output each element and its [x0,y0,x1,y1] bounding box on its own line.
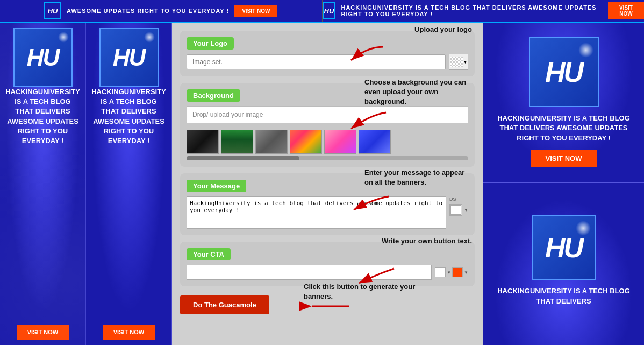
message-textarea-row: HackingUniversity is a tech blog that de… [187,196,468,229]
text-color-swatch [450,205,461,215]
message-arrow [343,194,391,218]
logo-color-picker[interactable]: ▼ [449,54,468,70]
bg-thumb-2[interactable] [221,130,253,154]
generate-row: Do The Guacamole Click this button to ge… [180,293,475,314]
right-bottom-text: HACKINGUNIVERSITY IS A TECH BLOG THAT DE… [491,286,636,306]
right-bottom-logo: HU [532,215,596,280]
logo-section: Your Logo ▼ Upload your logo [180,31,475,76]
color-ctrl-row: ▼ [449,204,468,216]
bg-scrollbar-thumb [187,156,299,160]
bg-drop-zone[interactable]: Drop/ upload your image [187,106,468,123]
cta-section: Your CTA Write your own button text. VIS… [180,242,475,286]
cta-callout: Write your own button text. [382,236,472,246]
bg-thumb-6[interactable] [359,130,391,154]
top-strip-text-right: HACKINGUNIVERSITY IS A TECH BLOG THAT DE… [341,4,602,17]
cta-section-label: Your CTA [187,248,231,260]
message-section: Your Message Enter your message to appea… [180,173,475,235]
bg-thumb-4[interactable] [290,130,322,154]
cta-text-color-white[interactable] [435,267,446,277]
bg-callout: Choose a background you can even upload … [364,78,472,107]
main-content: HU HACKINGUNIVERSITY IS A TECH BLOG THAT… [0,23,644,345]
logo-arrow [335,44,389,71]
message-callout: Enter your message to appear on all the … [364,168,472,187]
bg-thumbnails-container [187,126,468,160]
message-section-label: Your Message [187,180,246,192]
right-top-text: HACKINGUNIVERSITY IS A TECH BLOG THAT DE… [491,114,636,143]
left-panel-2-visit-btn[interactable]: VISIT NOW [103,325,155,340]
right-top-visit-btn[interactable]: VISIT NOW [531,150,597,167]
right-top-logo: HU [529,37,599,107]
top-visit-btn-right[interactable]: VISIT NOW [608,2,644,19]
left-panel-2-text: HACKINGUNIVERSITY IS A TECH BLOG THAT DE… [91,87,166,146]
checker-pattern [450,57,463,67]
top-logo-left: HU [44,2,61,19]
left-panel-1: HU HACKINGUNIVERSITY IS A TECH BLOG THAT… [0,23,86,345]
cta-orange-chevron: ▼ [464,270,468,275]
generate-callout: Click this button to generate your banne… [304,282,417,301]
top-strip-left: HU AWESOME UPDATES RIGHT TO YOU EVERYDAY… [0,0,322,22]
message-textarea[interactable]: HackingUniversity is a tech blog that de… [187,196,446,229]
center-form-area: Your Logo ▼ Upload your logo [172,23,483,345]
right-top-panel: HU HACKINGUNIVERSITY IS A TECH BLOG THAT… [483,23,644,183]
chevron-down-icon: ▼ [463,60,468,65]
bg-thumb-1[interactable] [187,130,219,154]
text-color-btn[interactable] [449,204,462,216]
left-panel-1-text: HACKINGUNIVERSITY IS A TECH BLOG THAT DE… [5,87,80,146]
logo-section-label: Your Logo [187,37,234,50]
left-panel-1-visit-btn[interactable]: VISIT NOW [17,325,69,340]
cta-bg-color-orange[interactable] [452,267,463,277]
top-logo-right: HU [323,2,336,19]
right-bottom-panel: HU HACKINGUNIVERSITY IS A TECH BLOG THAT… [483,183,644,345]
font-size-label: DS [449,196,456,202]
cta-white-chevron: ▼ [447,270,451,275]
font-size-row: DS [449,196,468,202]
text-controls: DS ▼ [449,196,468,229]
bg-scrollbar[interactable] [187,156,468,160]
logo-callout: Upload your logo [414,25,472,33]
bg-thumb-5[interactable] [324,130,356,154]
cta-input-row: VISIT NOW ▼ ▼ [187,265,468,280]
left-panel-2-logo: HU [99,28,159,87]
right-side: HU HACKINGUNIVERSITY IS A TECH BLOG THAT… [483,23,644,345]
generate-button[interactable]: Do The Guacamole [180,295,269,314]
bg-thumbnails [187,130,468,154]
bg-section-label: Background [187,89,240,102]
left-panel-1-logo: HU [13,28,73,87]
bg-thumb-3[interactable] [255,130,288,154]
text-color-chevron: ▼ [464,208,468,213]
logo-input-row: ▼ [187,54,468,70]
cta-color-row: ▼ ▼ [435,267,468,277]
top-visit-btn-left[interactable]: VISIT NOW [234,5,277,17]
left-panel-2: HU HACKINGUNIVERSITY IS A TECH BLOG THAT… [86,23,172,345]
logo-input[interactable] [187,54,446,69]
top-strip-right: HU HACKINGUNIVERSITY IS A TECH BLOG THAT… [322,0,645,22]
background-section: Background Choose a background you can e… [180,83,475,167]
top-strip-text-left: AWESOME UPDATES RIGHT TO YOU EVERYDAY ! [67,8,229,14]
top-banner-strip: HU AWESOME UPDATES RIGHT TO YOU EVERYDAY… [0,0,644,23]
